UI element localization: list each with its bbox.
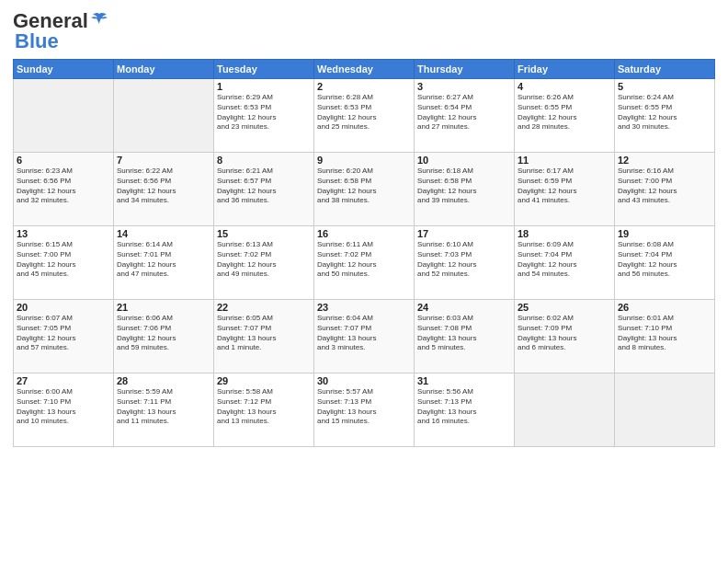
calendar-cell: 20Sunrise: 6:07 AM Sunset: 7:05 PM Dayli… [14, 300, 114, 373]
day-number: 18 [518, 228, 611, 239]
day-info: Sunrise: 6:07 AM Sunset: 7:05 PM Dayligh… [17, 314, 110, 353]
calendar-cell: 30Sunrise: 5:57 AM Sunset: 7:13 PM Dayli… [314, 373, 415, 447]
calendar-cell: 12Sunrise: 6:16 AM Sunset: 7:00 PM Dayli… [615, 153, 715, 226]
day-info: Sunrise: 6:11 AM Sunset: 7:02 PM Dayligh… [317, 240, 411, 280]
calendar-cell: 2Sunrise: 6:28 AM Sunset: 6:53 PM Daylig… [314, 79, 415, 153]
day-info: Sunrise: 6:05 AM Sunset: 7:07 PM Dayligh… [217, 314, 311, 353]
day-number: 30 [317, 375, 411, 386]
day-number: 16 [317, 228, 411, 239]
calendar-cell: 15Sunrise: 6:13 AM Sunset: 7:02 PM Dayli… [214, 226, 314, 300]
day-number: 20 [17, 302, 110, 313]
day-number: 9 [317, 155, 411, 166]
day-number: 4 [518, 81, 611, 92]
day-info: Sunrise: 6:24 AM Sunset: 6:55 PM Dayligh… [618, 93, 711, 132]
day-number: 1 [217, 81, 311, 92]
calendar-cell: 13Sunrise: 6:15 AM Sunset: 7:00 PM Dayli… [14, 226, 114, 300]
day-number: 12 [618, 155, 711, 166]
calendar-cell: 17Sunrise: 6:10 AM Sunset: 7:03 PM Dayli… [415, 226, 515, 300]
calendar-table: SundayMondayTuesdayWednesdayThursdayFrid… [13, 59, 715, 447]
day-info: Sunrise: 5:59 AM Sunset: 7:11 PM Dayligh… [117, 387, 210, 427]
day-info: Sunrise: 6:16 AM Sunset: 7:00 PM Dayligh… [618, 167, 711, 206]
day-number: 15 [217, 228, 311, 239]
day-number: 10 [417, 155, 511, 166]
day-info: Sunrise: 6:06 AM Sunset: 7:06 PM Dayligh… [117, 314, 210, 353]
calendar-cell: 27Sunrise: 6:00 AM Sunset: 7:10 PM Dayli… [14, 373, 114, 447]
day-number: 17 [417, 228, 511, 239]
calendar-cell: 11Sunrise: 6:17 AM Sunset: 6:59 PM Dayli… [515, 153, 615, 226]
day-info: Sunrise: 6:22 AM Sunset: 6:56 PM Dayligh… [117, 167, 210, 206]
calendar-cell: 6Sunrise: 6:23 AM Sunset: 6:56 PM Daylig… [14, 153, 114, 226]
calendar-cell: 4Sunrise: 6:26 AM Sunset: 6:55 PM Daylig… [515, 79, 615, 153]
weekday-header-tuesday: Tuesday [214, 60, 314, 79]
day-info: Sunrise: 6:28 AM Sunset: 6:53 PM Dayligh… [317, 93, 411, 132]
day-info: Sunrise: 6:01 AM Sunset: 7:10 PM Dayligh… [618, 314, 711, 353]
day-number: 28 [117, 375, 210, 386]
calendar-cell: 25Sunrise: 6:02 AM Sunset: 7:09 PM Dayli… [515, 300, 615, 373]
calendar-cell: 19Sunrise: 6:08 AM Sunset: 7:04 PM Dayli… [615, 226, 715, 300]
day-number: 26 [618, 302, 711, 313]
day-info: Sunrise: 6:26 AM Sunset: 6:55 PM Dayligh… [518, 93, 611, 132]
day-info: Sunrise: 6:15 AM Sunset: 7:00 PM Dayligh… [17, 240, 110, 280]
weekday-header-wednesday: Wednesday [314, 60, 415, 79]
day-number: 19 [618, 228, 711, 239]
calendar-cell: 5Sunrise: 6:24 AM Sunset: 6:55 PM Daylig… [615, 79, 715, 153]
day-number: 29 [217, 375, 311, 386]
weekday-header-monday: Monday [114, 60, 214, 79]
calendar-cell: 8Sunrise: 6:21 AM Sunset: 6:57 PM Daylig… [214, 153, 314, 226]
day-number: 7 [117, 155, 210, 166]
day-number: 8 [217, 155, 311, 166]
calendar-cell: 14Sunrise: 6:14 AM Sunset: 7:01 PM Dayli… [114, 226, 214, 300]
weekday-header-saturday: Saturday [615, 60, 715, 79]
calendar-cell: 26Sunrise: 6:01 AM Sunset: 7:10 PM Dayli… [615, 300, 715, 373]
day-number: 11 [518, 155, 611, 166]
calendar-cell [14, 79, 114, 153]
day-number: 3 [417, 81, 511, 92]
calendar-cell [515, 373, 615, 447]
day-number: 5 [618, 81, 711, 92]
calendar-cell: 7Sunrise: 6:22 AM Sunset: 6:56 PM Daylig… [114, 153, 214, 226]
day-info: Sunrise: 5:57 AM Sunset: 7:13 PM Dayligh… [317, 387, 411, 427]
day-info: Sunrise: 6:03 AM Sunset: 7:08 PM Dayligh… [417, 314, 511, 353]
day-number: 2 [317, 81, 411, 92]
day-info: Sunrise: 6:14 AM Sunset: 7:01 PM Dayligh… [117, 240, 210, 280]
calendar-cell: 31Sunrise: 5:56 AM Sunset: 7:13 PM Dayli… [415, 373, 515, 447]
day-info: Sunrise: 6:02 AM Sunset: 7:09 PM Dayligh… [518, 314, 611, 353]
calendar-cell: 3Sunrise: 6:27 AM Sunset: 6:54 PM Daylig… [415, 79, 515, 153]
logo-bird-icon [90, 10, 108, 29]
calendar-cell: 29Sunrise: 5:58 AM Sunset: 7:12 PM Dayli… [214, 373, 314, 447]
calendar-cell: 16Sunrise: 6:11 AM Sunset: 7:02 PM Dayli… [314, 226, 415, 300]
day-info: Sunrise: 6:04 AM Sunset: 7:07 PM Dayligh… [317, 314, 411, 353]
day-info: Sunrise: 6:09 AM Sunset: 7:04 PM Dayligh… [518, 240, 611, 280]
logo-blue-text: Blue [15, 29, 59, 53]
day-number: 24 [417, 302, 511, 313]
calendar-cell: 1Sunrise: 6:29 AM Sunset: 6:53 PM Daylig… [214, 79, 314, 153]
calendar-cell: 23Sunrise: 6:04 AM Sunset: 7:07 PM Dayli… [314, 300, 415, 373]
day-number: 6 [17, 155, 110, 166]
day-info: Sunrise: 6:23 AM Sunset: 6:56 PM Dayligh… [17, 167, 110, 206]
weekday-header-thursday: Thursday [415, 60, 515, 79]
day-info: Sunrise: 6:00 AM Sunset: 7:10 PM Dayligh… [17, 387, 110, 427]
day-info: Sunrise: 6:27 AM Sunset: 6:54 PM Dayligh… [417, 93, 511, 132]
calendar-week-5: 27Sunrise: 6:00 AM Sunset: 7:10 PM Dayli… [14, 373, 715, 447]
day-number: 31 [417, 375, 511, 386]
calendar-cell: 18Sunrise: 6:09 AM Sunset: 7:04 PM Dayli… [515, 226, 615, 300]
calendar-cell: 22Sunrise: 6:05 AM Sunset: 7:07 PM Dayli… [214, 300, 314, 373]
day-number: 22 [217, 302, 311, 313]
day-number: 13 [17, 228, 110, 239]
day-info: Sunrise: 6:21 AM Sunset: 6:57 PM Dayligh… [217, 167, 311, 206]
day-info: Sunrise: 5:56 AM Sunset: 7:13 PM Dayligh… [417, 387, 511, 427]
calendar-cell: 10Sunrise: 6:18 AM Sunset: 6:58 PM Dayli… [415, 153, 515, 226]
calendar-cell [615, 373, 715, 447]
day-info: Sunrise: 6:13 AM Sunset: 7:02 PM Dayligh… [217, 240, 311, 280]
calendar-week-2: 6Sunrise: 6:23 AM Sunset: 6:56 PM Daylig… [14, 153, 715, 226]
day-info: Sunrise: 6:10 AM Sunset: 7:03 PM Dayligh… [417, 240, 511, 280]
calendar-week-4: 20Sunrise: 6:07 AM Sunset: 7:05 PM Dayli… [14, 300, 715, 373]
calendar-cell: 28Sunrise: 5:59 AM Sunset: 7:11 PM Dayli… [114, 373, 214, 447]
calendar-cell: 9Sunrise: 6:20 AM Sunset: 6:58 PM Daylig… [314, 153, 415, 226]
calendar-page: General Blue SundayMondayTuesdayWednesda… [0, 0, 728, 563]
day-info: Sunrise: 6:17 AM Sunset: 6:59 PM Dayligh… [518, 167, 611, 206]
day-number: 21 [117, 302, 210, 313]
day-number: 23 [317, 302, 411, 313]
day-number: 14 [117, 228, 210, 239]
day-info: Sunrise: 6:29 AM Sunset: 6:53 PM Dayligh… [217, 93, 311, 132]
